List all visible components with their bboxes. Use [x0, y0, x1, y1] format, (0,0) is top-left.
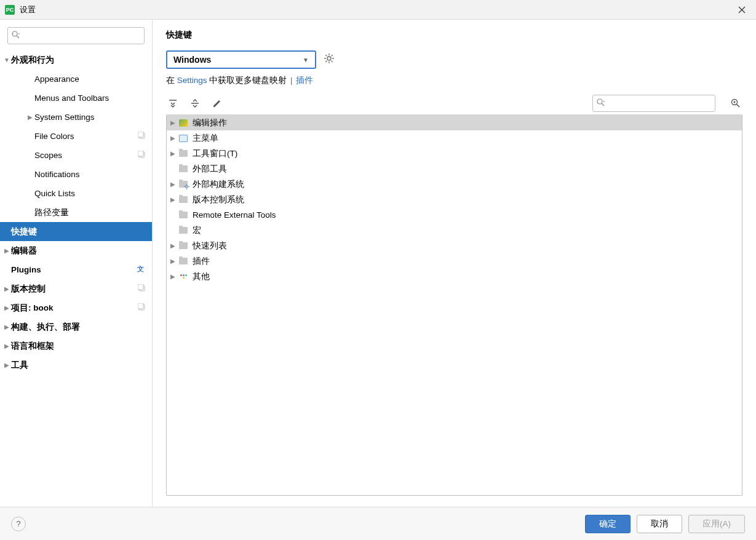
- sidebar-item-label: 版本控制: [11, 284, 138, 295]
- sidebar-item-9[interactable]: 快捷键: [0, 222, 152, 241]
- action-row-7[interactable]: 宏: [167, 223, 742, 238]
- chevron-right-icon: ▶: [26, 114, 34, 121]
- actions-search-box[interactable]: [592, 95, 715, 112]
- sidebar-item-3[interactable]: ▶System Settings: [0, 108, 152, 127]
- action-row-5[interactable]: ▶版本控制系统: [167, 192, 742, 207]
- folder-icon: [178, 150, 189, 157]
- sidebar-item-label: 编辑器: [11, 245, 146, 256]
- expand-all-icon: [168, 98, 178, 108]
- apply-button[interactable]: 应用(A): [688, 515, 745, 533]
- actions-tree[interactable]: ▶编辑操作▶主菜单▶工具窗口(T)外部工具▶外部构建系统▶版本控制系统Remot…: [166, 115, 742, 496]
- settings-link[interactable]: Settings: [177, 76, 207, 85]
- action-label: 外部工具: [193, 164, 227, 175]
- keymap-scheme-select[interactable]: Windows ▼: [166, 50, 316, 69]
- action-row-0[interactable]: ▶编辑操作: [167, 115, 742, 130]
- project-badge-icon: [138, 284, 146, 294]
- sidebar-item-label: System Settings: [34, 113, 146, 122]
- close-button[interactable]: [733, 2, 751, 17]
- scheme-row: Windows ▼: [166, 50, 742, 69]
- scheme-gear-button[interactable]: [324, 53, 335, 66]
- scheme-selected-label: Windows: [173, 55, 211, 65]
- sidebar-item-13[interactable]: ▶项目: book: [0, 298, 152, 317]
- svg-text:文: 文: [137, 265, 144, 272]
- plugin-link[interactable]: 插件: [296, 76, 313, 85]
- chevron-right-icon: ▶: [168, 150, 178, 157]
- svg-line-18: [325, 55, 327, 56]
- sidebar-item-2[interactable]: Menus and Toolbars: [0, 89, 152, 108]
- expand-all-button[interactable]: [166, 97, 180, 110]
- sidebar-item-label: Appearance: [34, 74, 146, 84]
- project-badge-icon: [138, 132, 146, 141]
- sidebar-item-5[interactable]: Scopes: [0, 146, 152, 165]
- svg-line-19: [332, 61, 333, 62]
- actions-search-input[interactable]: [607, 99, 711, 108]
- sidebar-item-4[interactable]: File Colors: [0, 127, 152, 146]
- sidebar-search-box[interactable]: [7, 27, 145, 44]
- cancel-button[interactable]: 取消: [637, 515, 682, 533]
- chevron-right-icon: ▶: [168, 258, 178, 264]
- keymap-link-row: 在 Settings 中获取更多键盘映射 | 插件: [166, 75, 742, 86]
- sidebar-item-label: 工具: [11, 360, 146, 371]
- sidebar-item-label: Quick Lists: [34, 189, 146, 198]
- action-row-9[interactable]: ▶插件: [167, 253, 742, 269]
- find-by-shortcut-button[interactable]: [729, 97, 742, 110]
- sidebar-item-6[interactable]: Notifications: [0, 165, 152, 184]
- sidebar-item-label: 快捷键: [11, 226, 146, 237]
- action-row-2[interactable]: ▶工具窗口(T): [167, 146, 742, 161]
- sidebar-item-12[interactable]: ▶版本控制: [0, 279, 152, 298]
- search-icon: [597, 98, 605, 108]
- collapse-all-button[interactable]: [188, 97, 202, 110]
- chevron-right-icon: ▶: [2, 324, 11, 330]
- chevron-right-icon: ▶: [2, 343, 11, 349]
- svg-point-13: [327, 57, 331, 60]
- content-pane: 快捷键 Windows ▼ 在 Settings 中获取更多键盘映射 | 插件: [153, 20, 756, 507]
- action-label: 其他: [193, 271, 210, 282]
- edit-shortcut-button[interactable]: [210, 97, 224, 110]
- action-row-6[interactable]: Remote External Tools: [167, 207, 742, 223]
- svg-rect-7: [138, 151, 143, 156]
- sidebar: ▼外观和行为AppearanceMenus and Toolbars▶Syste…: [0, 20, 153, 507]
- ok-button[interactable]: 确定: [585, 515, 631, 533]
- help-button[interactable]: ?: [11, 517, 26, 531]
- action-label: 插件: [193, 256, 210, 267]
- titlebar: PC 设置: [0, 0, 756, 20]
- sidebar-item-15[interactable]: ▶语言和框架: [0, 336, 152, 355]
- sidebar-item-7[interactable]: Quick Lists: [0, 184, 152, 203]
- sidebar-tree[interactable]: ▼外观和行为AppearanceMenus and Toolbars▶Syste…: [0, 50, 152, 507]
- folder-icon: [178, 212, 189, 218]
- sidebar-item-1[interactable]: Appearance: [0, 69, 152, 89]
- sidebar-item-label: Scopes: [34, 151, 138, 160]
- main-area: ▼外观和行为AppearanceMenus and Toolbars▶Syste…: [0, 20, 756, 507]
- window-title: 设置: [20, 4, 36, 15]
- svg-line-20: [332, 55, 333, 56]
- action-row-8[interactable]: ▶快速列表: [167, 238, 742, 253]
- svg-line-21: [325, 61, 327, 62]
- chevron-right-icon: ▶: [168, 196, 178, 203]
- sidebar-search-input[interactable]: [22, 31, 140, 41]
- action-label: 版本控制系统: [193, 194, 244, 205]
- sidebar-item-label: 构建、执行、部署: [11, 322, 146, 333]
- sidebar-item-label: 语言和框架: [11, 341, 146, 352]
- sidebar-item-11[interactable]: Plugins文: [0, 260, 152, 279]
- action-row-10[interactable]: ▶其他: [167, 269, 742, 284]
- sidebar-item-8[interactable]: 路径变量: [0, 203, 152, 222]
- svg-point-29: [186, 186, 188, 188]
- chevron-down-icon: ▼: [2, 57, 11, 63]
- sidebar-item-10[interactable]: ▶编辑器: [0, 241, 152, 260]
- sidebar-item-16[interactable]: ▶工具: [0, 355, 152, 375]
- link-prefix-text: 在: [166, 76, 177, 85]
- folder-icon: [178, 196, 189, 203]
- folder-icon: [178, 165, 189, 172]
- close-icon: [738, 6, 746, 14]
- menu-icon: [178, 135, 189, 142]
- sidebar-item-0[interactable]: ▼外观和行为: [0, 50, 152, 69]
- action-row-4[interactable]: ▶外部构建系统: [167, 177, 742, 192]
- help-icon: ?: [16, 519, 20, 528]
- chevron-right-icon: ▶: [168, 273, 178, 280]
- app-icon: PC: [5, 5, 15, 15]
- sidebar-item-label: Menus and Toolbars: [34, 93, 146, 103]
- chevron-right-icon: ▶: [168, 135, 178, 141]
- action-row-3[interactable]: 外部工具: [167, 161, 742, 177]
- sidebar-item-14[interactable]: ▶构建、执行、部署: [0, 317, 152, 336]
- action-row-1[interactable]: ▶主菜单: [167, 130, 742, 146]
